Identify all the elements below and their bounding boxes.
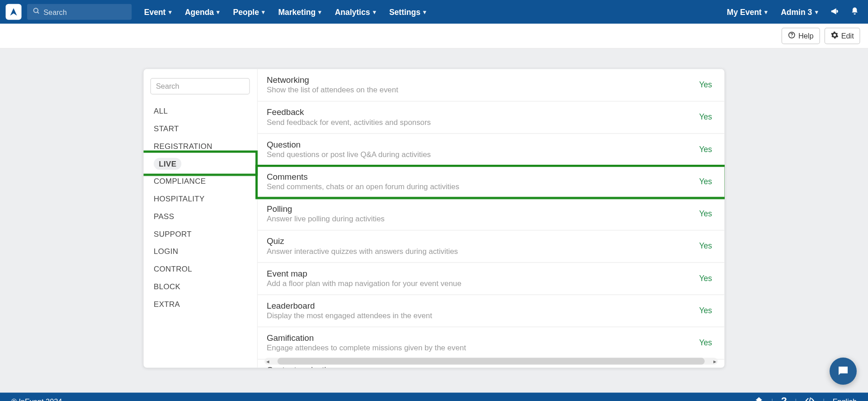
setting-main: Content projectionCreate a live engaging… xyxy=(267,365,693,368)
help-label: Help xyxy=(798,32,813,40)
setting-desc: Engage attendees to complete missions gi… xyxy=(267,344,693,352)
setting-main: Event mapAdd a floor plan with map navig… xyxy=(267,268,693,288)
setting-title: Content projection xyxy=(267,365,693,368)
setting-main: QuestionSend questions or post live Q&A … xyxy=(267,139,693,159)
setting-row[interactable]: QuestionSend questions or post live Q&A … xyxy=(258,134,725,166)
settings-panel: ALLSTARTREGISTRATIONLIVECOMPLIANCEHOSPIT… xyxy=(144,69,725,368)
setting-main: GamificationEngage attendees to complete… xyxy=(267,333,693,352)
global-search[interactable] xyxy=(27,4,132,20)
gear-icon xyxy=(830,31,839,41)
category-support[interactable]: SUPPORT xyxy=(151,225,252,243)
category-label: CONTROL xyxy=(154,265,192,273)
nav-link-settings[interactable]: Settings▾ xyxy=(385,7,431,16)
setting-desc: Display the most engaged attendees in th… xyxy=(267,311,693,320)
setting-desc: Send comments, chats or an open forum du… xyxy=(267,182,693,191)
setting-row[interactable]: Event mapAdd a floor plan with map navig… xyxy=(258,263,725,295)
footer-help-icon[interactable]: ? xyxy=(781,396,787,401)
nav-link-label: Agenda xyxy=(185,7,214,16)
chevron-down-icon: ▾ xyxy=(373,9,376,15)
main-stage: ALLSTARTREGISTRATIONLIVECOMPLIANCEHOSPIT… xyxy=(0,49,868,393)
nav-user-label: Admin 3 xyxy=(781,7,812,16)
nav-link-label: Marketing xyxy=(278,7,316,16)
chevron-down-icon: ▾ xyxy=(815,9,818,15)
setting-desc: Answer live polling during activities xyxy=(267,215,693,223)
home-icon[interactable] xyxy=(754,396,763,401)
nav-link-people[interactable]: People▾ xyxy=(229,7,269,16)
nav-user[interactable]: Admin 3 ▾ xyxy=(776,7,822,16)
setting-status: Yes xyxy=(699,177,715,186)
category-list: ALLSTARTREGISTRATIONLIVECOMPLIANCEHOSPIT… xyxy=(151,102,252,313)
code-icon[interactable] xyxy=(805,396,815,401)
nav-link-label: Event xyxy=(144,7,166,16)
search-icon xyxy=(33,7,40,16)
setting-row[interactable]: QuizAnswer interactive quizzes with answ… xyxy=(258,230,725,263)
category-label: LOGIN xyxy=(154,247,178,256)
scrollbar-thumb[interactable] xyxy=(278,358,705,364)
category-label: SUPPORT xyxy=(154,230,192,239)
setting-title: Comments xyxy=(267,172,693,181)
category-start[interactable]: START xyxy=(151,120,252,138)
nav-links: Event▾Agenda▾People▾Marketing▾Analytics▾… xyxy=(140,7,431,16)
setting-row[interactable]: NetworkingShow the list of attendees on … xyxy=(258,69,725,101)
setting-main: QuizAnswer interactive quizzes with answ… xyxy=(267,236,693,255)
category-extra[interactable]: EXTRA xyxy=(151,296,252,313)
scroll-left-icon[interactable]: ◂ xyxy=(264,358,271,364)
category-hospitality[interactable]: HOSPITALITY xyxy=(151,190,252,208)
horizontal-scrollbar[interactable]: ◂ ▸ xyxy=(264,358,718,364)
setting-title: Gamification xyxy=(267,333,693,342)
chat-launcher[interactable] xyxy=(830,358,857,385)
category-label: LIVE xyxy=(154,158,182,170)
setting-desc: Show the list of attendees on the event xyxy=(267,86,693,94)
category-login[interactable]: LOGIN xyxy=(151,243,252,260)
sidebar-search[interactable] xyxy=(151,78,250,95)
setting-row[interactable]: PollingAnswer live polling during activi… xyxy=(258,198,725,230)
nav-link-analytics[interactable]: Analytics▾ xyxy=(330,7,380,16)
setting-row[interactable]: CommentsSend comments, chats or an open … xyxy=(258,166,725,198)
setting-title: Event map xyxy=(267,268,693,278)
setting-main: CommentsSend comments, chats or an open … xyxy=(267,172,693,191)
category-label: BLOCK xyxy=(154,282,180,291)
category-label: START xyxy=(154,124,179,133)
category-label: REGISTRATION xyxy=(154,142,212,151)
setting-main: NetworkingShow the list of attendees on … xyxy=(267,75,693,94)
brand-logo[interactable] xyxy=(6,4,22,20)
category-registration[interactable]: REGISTRATION xyxy=(151,138,252,155)
category-control[interactable]: CONTROL xyxy=(151,260,252,278)
category-block[interactable]: BLOCK xyxy=(151,278,252,296)
edit-button[interactable]: Edit xyxy=(824,28,860,44)
setting-status: Yes xyxy=(699,338,715,347)
setting-row[interactable]: FeedbackSend feedback for event, activit… xyxy=(258,101,725,134)
nav-link-event[interactable]: Event▾ xyxy=(140,7,176,16)
category-pass[interactable]: PASS xyxy=(151,208,252,225)
sidebar-search-input[interactable] xyxy=(156,82,244,91)
settings-sidebar: ALLSTARTREGISTRATIONLIVECOMPLIANCEHOSPIT… xyxy=(144,69,258,368)
category-label: COMPLIANCE xyxy=(154,177,206,186)
category-label: HOSPITALITY xyxy=(154,195,205,203)
settings-content[interactable]: NetworkingShow the list of attendees on … xyxy=(258,69,725,368)
bell-icon[interactable] xyxy=(847,7,863,17)
announce-icon[interactable] xyxy=(827,6,843,17)
nav-my-event[interactable]: My Event ▾ xyxy=(722,7,772,16)
setting-status: Yes xyxy=(699,112,715,121)
setting-main: PollingAnswer live polling during activi… xyxy=(267,204,693,223)
setting-row[interactable]: LeaderboardDisplay the most engaged atte… xyxy=(258,295,725,327)
nav-link-label: Settings xyxy=(389,7,420,16)
help-button[interactable]: Help xyxy=(782,28,820,44)
nav-link-agenda[interactable]: Agenda▾ xyxy=(180,7,224,16)
footer: ® InEvent 2024 | ? | | English xyxy=(0,393,868,401)
setting-title: Question xyxy=(267,139,693,149)
svg-line-1 xyxy=(38,12,39,13)
scroll-right-icon[interactable]: ▸ xyxy=(712,358,718,364)
category-label: EXTRA xyxy=(154,300,180,309)
category-all[interactable]: ALL xyxy=(151,102,252,120)
setting-status: Yes xyxy=(699,273,715,282)
footer-language[interactable]: English xyxy=(833,397,857,401)
setting-row[interactable]: GamificationEngage attendees to complete… xyxy=(258,327,725,359)
category-live[interactable]: LIVE xyxy=(151,155,252,173)
setting-title: Feedback xyxy=(267,107,693,116)
global-search-input[interactable] xyxy=(43,8,126,16)
svg-point-0 xyxy=(34,8,38,12)
nav-link-marketing[interactable]: Marketing▾ xyxy=(274,7,326,16)
setting-main: LeaderboardDisplay the most engaged atte… xyxy=(267,301,693,320)
category-compliance[interactable]: COMPLIANCE xyxy=(151,172,252,190)
